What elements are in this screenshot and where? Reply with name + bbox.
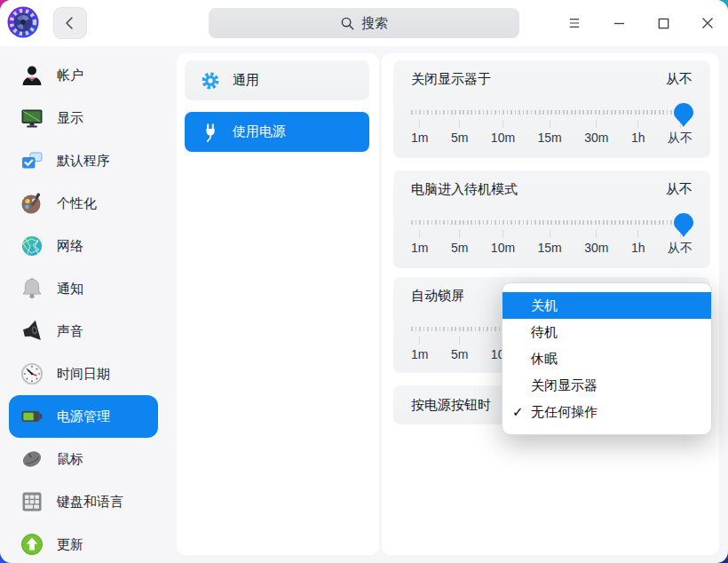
tick-label: 从不 [668, 241, 692, 257]
display-icon [20, 106, 44, 131]
tick-mark [459, 120, 460, 128]
sound-icon [20, 319, 44, 344]
setting-title: 关闭显示器于 [411, 71, 491, 88]
sidebar-item-label: 显示 [57, 110, 83, 127]
slider-ticks: 1m 5m 10m 15m 30m 1h 从不 [411, 230, 692, 257]
notification-icon [20, 276, 44, 301]
slider-track[interactable] [411, 110, 692, 115]
tick-mark [502, 230, 503, 238]
search-label: 搜索 [361, 15, 388, 32]
maximize-button[interactable] [649, 9, 677, 37]
tick-mark [419, 120, 420, 128]
slider-handle[interactable] [674, 103, 693, 127]
user-icon [20, 63, 44, 88]
search-input[interactable]: 搜索 [209, 8, 519, 38]
hamburger-menu-icon [568, 18, 581, 28]
sidebar-item-network[interactable]: 网络 [9, 225, 158, 267]
sidebar-item-mouse[interactable]: 鼠标 [9, 438, 158, 480]
tick-label: 30m [584, 131, 608, 145]
default-apps-icon [20, 148, 44, 173]
sidebar-item-datetime[interactable]: 时间日期 [9, 353, 158, 395]
tab-label: 使用电源 [233, 123, 286, 140]
tick-mark [550, 230, 550, 238]
sidebar-item-label: 更新 [57, 536, 83, 553]
update-icon [20, 532, 44, 557]
titlebar: 搜索 [0, 0, 728, 46]
menu-item-turn-off-display[interactable]: 关闭显示器 [502, 372, 711, 399]
tick-mark [596, 120, 597, 128]
menu-item-label: 休眠 [531, 351, 558, 368]
section-nav-panel: 通用 使用电源 [177, 53, 379, 555]
setting-title: 自动锁屏 [411, 288, 464, 305]
setting-card-turn-off-display: 关闭显示器于 从不 1m 5m 10m 15m 30m 1h 从不 [393, 60, 710, 158]
sidebar-item-keyboard[interactable]: 键盘和语言 [9, 480, 158, 523]
sidebar-item-label: 声音 [57, 323, 83, 340]
checkmark-icon: ✓ [512, 404, 524, 420]
sidebar-item-account[interactable]: 帐户 [9, 54, 158, 97]
sidebar-item-notifications[interactable]: 通知 [9, 267, 158, 310]
tick-label: 15m [538, 131, 562, 145]
sidebar-item-label: 电源管理 [57, 408, 110, 425]
tab-general[interactable]: 通用 [185, 60, 369, 100]
tick-label: 5m [451, 241, 468, 255]
sidebar-item-label: 个性化 [57, 195, 97, 212]
setting-title: 电脑进入待机模式 [411, 181, 518, 198]
power-button-action-menu: 关机 待机 休眠 关闭显示器 ✓ 无任何操作 [502, 282, 712, 435]
tick-mark [550, 120, 550, 128]
menu-item-shutdown[interactable]: 关机 [502, 292, 711, 319]
tick-label: 5m [451, 131, 468, 145]
close-button[interactable] [693, 9, 722, 37]
menu-item-do-nothing[interactable]: ✓ 无任何操作 [502, 399, 711, 425]
back-button[interactable] [53, 7, 87, 39]
tab-label: 通用 [233, 72, 259, 89]
sidebar-item-label: 默认程序 [57, 153, 110, 170]
setting-card-standby-mode: 电脑进入待机模式 从不 1m 5m 10m 15m 30m 1h 从不 [393, 170, 710, 268]
tick-mark [419, 230, 420, 238]
slider-ticks: 1m 5m 10m 15m 30m 1h 从不 [411, 120, 692, 147]
tick-label: 1h [631, 131, 645, 145]
tick-label: 1m [411, 347, 428, 361]
tick-label: 1h [631, 241, 645, 255]
tick-mark [419, 337, 420, 345]
tick-label: 15m [538, 241, 562, 255]
setting-value: 从不 [666, 181, 692, 198]
sidebar-item-label: 时间日期 [57, 366, 110, 383]
sidebar-item-sound[interactable]: 声音 [9, 310, 158, 353]
sidebar-item-display[interactable]: 显示 [9, 97, 158, 139]
tick-mark [502, 120, 503, 128]
sidebar-item-power[interactable]: 电源管理 [9, 395, 158, 438]
menu-button[interactable] [560, 9, 589, 37]
tick-label: 1m [411, 131, 428, 145]
tick-mark [459, 337, 460, 345]
setting-value: 从不 [666, 71, 692, 88]
slider-track[interactable] [411, 220, 692, 225]
minimize-button[interactable] [605, 9, 633, 37]
tick-mark [596, 230, 597, 238]
tick-label: 30m [584, 241, 608, 255]
menu-item-standby[interactable]: 待机 [502, 319, 711, 345]
slider-handle[interactable] [674, 213, 693, 237]
sidebar-item-update[interactable]: 更新 [9, 523, 158, 563]
sidebar-item-default-apps[interactable]: 默认程序 [9, 139, 158, 182]
tab-on-power[interactable]: 使用电源 [185, 112, 369, 152]
search-icon [340, 16, 355, 31]
sidebar-item-personalization[interactable]: 个性化 [9, 182, 158, 225]
setting-title: 按电源按钮时 [411, 397, 491, 414]
menu-item-label: 无任何操作 [531, 404, 597, 421]
turn-off-display-slider[interactable] [411, 110, 692, 115]
chevron-left-icon [61, 14, 79, 32]
power-icon [20, 404, 44, 429]
tick-label: 10m [491, 241, 515, 255]
gear-icon [201, 71, 220, 91]
sidebar-item-label: 帐户 [57, 67, 83, 84]
tick-label: 10m [491, 131, 515, 145]
minimize-icon [613, 17, 626, 30]
keyboard-icon [20, 489, 44, 514]
standby-slider[interactable] [411, 220, 692, 225]
sidebar-item-label: 通知 [57, 281, 83, 297]
tick-mark [637, 230, 638, 238]
menu-item-label: 待机 [531, 324, 558, 341]
sidebar-item-label: 网络 [57, 238, 83, 255]
menu-item-hibernate[interactable]: 休眠 [502, 345, 711, 372]
mouse-icon [20, 447, 44, 472]
